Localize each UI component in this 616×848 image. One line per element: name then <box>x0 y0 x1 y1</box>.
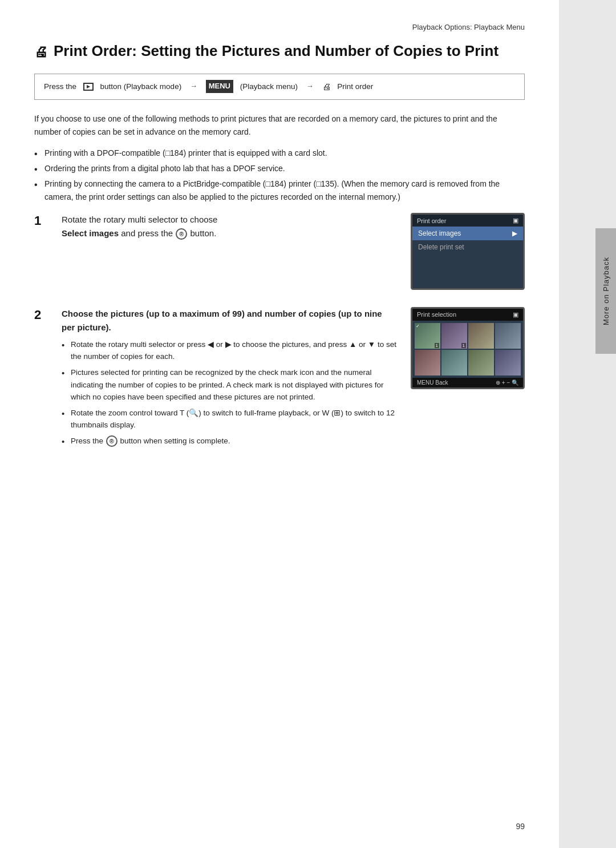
breadcrumb-press: Press the <box>44 80 76 93</box>
breadcrumb-print-label: Print order <box>337 80 373 93</box>
step2-bullet-2: Pictures selected for printing can be re… <box>62 366 397 403</box>
breadcrumb-print-icon: 🖨 <box>322 80 331 94</box>
step1-screen-icon: ▣ <box>513 217 518 224</box>
step2-content: Choose the pictures (up to a maximum of … <box>62 307 397 450</box>
step1-text-after: and press the <box>121 228 175 238</box>
breadcrumb-arrow2: → <box>306 80 314 92</box>
main-title: 🖨 Print Order: Setting the Pictures and … <box>34 42 525 61</box>
photo-thumb-8 <box>495 350 521 375</box>
step1-text: Rotate the rotary multi selector to choo… <box>62 213 397 240</box>
bullet-item-3: Printing by connecting the camera to a P… <box>34 177 525 204</box>
step1-menu-delete-print-set: Delete print set <box>412 240 523 254</box>
breadcrumb-button-label: button (Playback mode) <box>100 80 182 93</box>
breadcrumb-menu-suffix: (Playback menu) <box>240 80 298 93</box>
step2-screen-mockup: Print selection ▣ ✓ 1 1 <box>411 307 525 389</box>
step1-screen-title: Print order <box>417 217 446 224</box>
step2-screen-title: Print selection <box>417 311 456 318</box>
step2-screen-footer: MENU Back ⊕ + − 🔍 <box>412 378 523 387</box>
menu-icon: MENU <box>206 80 233 93</box>
step2-bullet-list: Rotate the rotary multi selector or pres… <box>62 338 397 447</box>
step1-content: Rotate the rotary multi selector to choo… <box>62 213 397 243</box>
bullet-item-1: Printing with a DPOF-compatible (□184) p… <box>34 147 525 160</box>
photo-thumb-6 <box>441 350 467 375</box>
step2-camera-screen: Print selection ▣ ✓ 1 1 <box>411 307 525 389</box>
photo-grid: ✓ 1 1 <box>412 321 523 378</box>
step1-camera-screen: Print order ▣ Select images ▶ Delete pri… <box>411 213 525 290</box>
side-tab-label: More on Playback <box>602 257 610 325</box>
printer-icon: 🖨 <box>34 43 48 60</box>
page-content: Playback Options: Playback Menu 🖨 Print … <box>0 0 559 848</box>
step1-menu-select-images: Select images ▶ <box>412 227 523 240</box>
step2-footer-left: MENU Back <box>417 379 448 386</box>
header-title: Playback Options: Playback Menu <box>412 23 525 31</box>
page-header: Playback Options: Playback Menu <box>34 23 525 31</box>
step1-text-before: Rotate the rotary multi selector to choo… <box>62 215 217 224</box>
step2-ok-icon: ® <box>106 435 117 447</box>
main-title-text: Print Order: Setting the Pictures and Nu… <box>54 42 499 61</box>
step1-number: 1 <box>34 213 48 229</box>
step2-screen-icon: ▣ <box>513 311 518 318</box>
ok-button-icon: ® <box>176 228 187 240</box>
step2-screen-header: Print selection ▣ <box>412 309 523 321</box>
photo-thumb-2: 1 <box>441 323 467 349</box>
photo-thumb-4 <box>495 323 521 349</box>
bullet-list: Printing with a DPOF-compatible (□184) p… <box>34 147 525 204</box>
photo-thumb-1: ✓ 1 <box>415 323 440 349</box>
breadcrumb-arrow1: → <box>190 80 197 92</box>
intro-text: If you choose to use one of the followin… <box>34 112 525 139</box>
step2-title: Choose the pictures (up to a maximum of … <box>62 307 397 334</box>
step1-screen-header: Print order ▣ <box>412 215 523 227</box>
step1-section: 1 Rotate the rotary multi selector to ch… <box>34 213 525 290</box>
photo-thumb-7 <box>468 350 494 375</box>
page-number: 99 <box>516 822 525 831</box>
side-tab: More on Playback <box>595 228 616 354</box>
step2-footer-right: ⊕ + − 🔍 <box>496 379 518 386</box>
step2-bullet-1: Rotate the rotary multi selector or pres… <box>62 338 397 363</box>
step1-text-end: button. <box>190 228 216 238</box>
playback-mode-icon <box>83 83 94 91</box>
photo-thumb-5 <box>415 350 440 375</box>
breadcrumb-box: Press the button (Playback mode) → MENU … <box>34 74 525 100</box>
step2-bullet-4: Press the ® button when setting is compl… <box>62 435 397 447</box>
step2-number: 2 <box>34 307 48 324</box>
step1-bold: Select images <box>62 228 119 238</box>
step1-screen-mockup: Print order ▣ Select images ▶ Delete pri… <box>411 213 525 290</box>
bullet-item-2: Ordering the prints from a digital photo… <box>34 162 525 175</box>
step2-section: 2 Choose the pictures (up to a maximum o… <box>34 307 525 450</box>
step2-bullet-3: Rotate the zoom control toward T (🔍) to … <box>62 407 397 431</box>
step2-title-strong: Choose the pictures (up to a maximum of … <box>62 309 382 332</box>
photo-thumb-3 <box>468 323 494 349</box>
